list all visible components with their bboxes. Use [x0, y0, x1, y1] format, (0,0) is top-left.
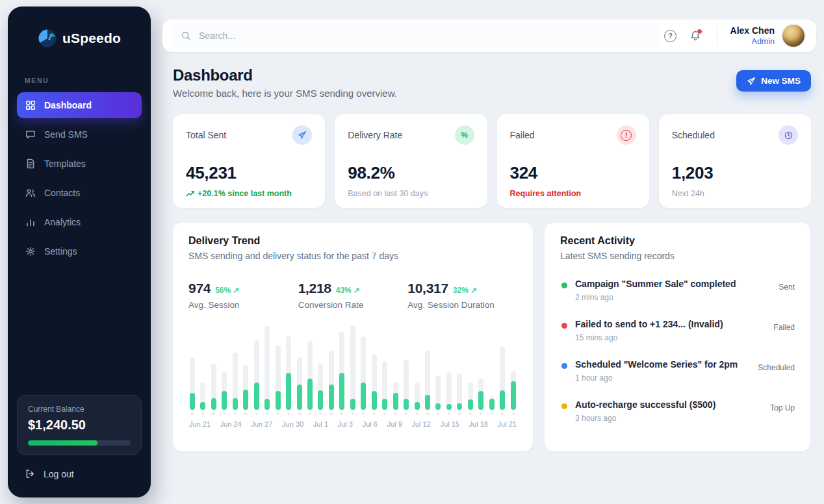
stat-sub: +20.1% since last month	[186, 189, 312, 198]
activity-item-time: 2 mins ago	[575, 293, 736, 302]
balance-progress	[28, 440, 131, 446]
chart-bar	[372, 325, 377, 410]
sidebar-item-analytics[interactable]: Analytics	[17, 209, 142, 235]
delivery-trend-panel: Delivery Trend SMS sending and delivery …	[173, 223, 533, 451]
sidebar-item-label: Contacts	[44, 188, 80, 198]
activity-item[interactable]: Auto-recharge successful ($500) 3 hours …	[560, 391, 795, 431]
search-icon	[181, 31, 191, 41]
new-sms-button[interactable]: New SMS	[736, 70, 811, 92]
chart-bar	[393, 325, 398, 410]
sidebar-item-label: Analytics	[44, 217, 81, 227]
axis-tick	[286, 413, 291, 414]
axis-tick	[425, 413, 430, 414]
help-icon: ?	[664, 30, 676, 42]
sidebar-item-dashboard[interactable]: Dashboard	[17, 92, 142, 118]
activity-item[interactable]: Scheduled "Welcome Series" for 2pm 1 hou…	[560, 351, 795, 391]
balance-value: $1,240.50	[28, 418, 131, 433]
axis-tick	[361, 413, 366, 414]
sidebar-item-templates[interactable]: Templates	[17, 151, 142, 177]
axis-tick	[211, 413, 216, 414]
chart-bar	[222, 325, 227, 410]
search-input[interactable]	[198, 30, 460, 42]
axis-tick	[382, 413, 387, 414]
axis-tick	[511, 413, 516, 414]
stat-card-delivery-rate: Delivery Rate % 98.2% Based on last 30 d…	[335, 114, 487, 208]
sidebar-menu: Dashboard Send SMS Templates	[17, 92, 142, 264]
notification-dot	[697, 29, 702, 34]
activity-item-status: Scheduled	[758, 359, 795, 372]
activity-item-time: 1 hour ago	[575, 373, 738, 383]
chart-bar	[489, 325, 495, 410]
chart-bar	[286, 325, 291, 410]
chart-bar	[511, 325, 516, 410]
axis-tick	[457, 413, 462, 414]
kpi-avg-session: 974 56% ↗ Avg. Session	[188, 281, 298, 310]
arrow-up-right-icon: ↗	[354, 286, 360, 295]
logo: uSpeedo	[17, 29, 142, 48]
stats-row: Total Sent 45,231 +20.1% since last mo	[173, 114, 811, 208]
axis-tick	[329, 413, 334, 414]
user-role: Admin	[730, 37, 775, 46]
activity-item-time: 3 hours ago	[575, 414, 715, 423]
chart-bar	[457, 325, 462, 410]
avatar[interactable]	[781, 23, 806, 48]
chart-bar	[329, 325, 334, 410]
activity-item-title: Auto-recharge successful ($500)	[575, 399, 715, 410]
axis-tick	[489, 413, 495, 414]
recent-activity-panel: Recent Activity Latest SMS sending recor…	[545, 223, 810, 451]
sidebar-item-contacts[interactable]: Contacts	[17, 180, 142, 206]
sidebar-item-label: Dashboard	[44, 100, 92, 110]
axis-tick	[264, 413, 270, 414]
stat-value: 45,231	[186, 163, 312, 183]
stat-card-failed: Failed ! 324 Requires attention	[497, 114, 649, 208]
trend-up-icon	[186, 190, 194, 197]
chart-bar	[190, 325, 195, 410]
chart-bar	[500, 325, 505, 410]
stat-sub: Requires attention	[510, 189, 636, 198]
x-axis-label: Jun 30	[282, 420, 303, 428]
x-axis-label: Jul 1	[313, 420, 328, 428]
chart-bar	[254, 325, 259, 410]
delivery-trend-chart: Jun 21Jun 24Jun 27Jun 30Jul 1Jul 3Jul 6J…	[188, 325, 517, 428]
help-button[interactable]: ?	[660, 25, 682, 47]
balance-card: Current Balance $1,240.50	[17, 395, 142, 455]
page-subtitle: Welcome back, here is your SMS sending o…	[173, 88, 397, 99]
x-axis-label: Jun 24	[220, 420, 242, 428]
send-icon	[292, 125, 312, 145]
axis-tick	[446, 413, 452, 414]
chart-bar	[446, 325, 452, 410]
sidebar-item-settings[interactable]: Settings	[17, 238, 142, 264]
axis-tick	[254, 413, 259, 414]
chart-bar	[350, 325, 355, 410]
stat-card-scheduled: Scheduled 1,203 Next 24h	[659, 114, 811, 208]
chart-bar	[361, 325, 366, 410]
axis-tick	[339, 413, 344, 414]
notifications-button[interactable]	[684, 25, 706, 47]
chart-bar	[233, 325, 238, 410]
sidebar-item-label: Send SMS	[44, 129, 88, 140]
balance-label: Current Balance	[28, 405, 131, 414]
axis-tick	[297, 413, 302, 414]
bar-chart-icon	[25, 216, 36, 228]
kpi-conversion-rate: 1,218 43% ↗ Conversion Rate	[298, 281, 408, 310]
logout-button[interactable]: Log out	[25, 468, 142, 479]
alert-icon: !	[617, 125, 636, 145]
stat-card-total-sent: Total Sent 45,231 +20.1% since last mo	[173, 114, 325, 208]
user-menu[interactable]: Alex Chen Admin	[730, 23, 806, 48]
stat-title: Total Sent	[186, 130, 226, 140]
topbar-divider	[717, 27, 717, 45]
balance-progress-fill	[28, 440, 97, 446]
activity-item[interactable]: Campaign "Summer Sale" completed 2 mins …	[560, 270, 795, 310]
arrow-up-right-icon: ↗	[233, 286, 240, 295]
axis-tick	[500, 413, 505, 414]
x-axis-label: Jul 3	[338, 420, 353, 428]
arrow-up-right-icon: ↗	[470, 286, 477, 295]
stat-sub: Next 24h	[672, 189, 798, 198]
sidebar-item-send-sms[interactable]: Send SMS	[17, 121, 142, 147]
chart-bar	[243, 325, 248, 410]
activity-item[interactable]: Failed to send to +1 234... (Invalid) 15…	[560, 310, 795, 351]
axis-tick	[318, 413, 323, 414]
search-box[interactable]	[173, 24, 660, 47]
axis-tick	[243, 413, 248, 414]
activity-item-title: Failed to send to +1 234... (Invalid)	[575, 319, 723, 329]
